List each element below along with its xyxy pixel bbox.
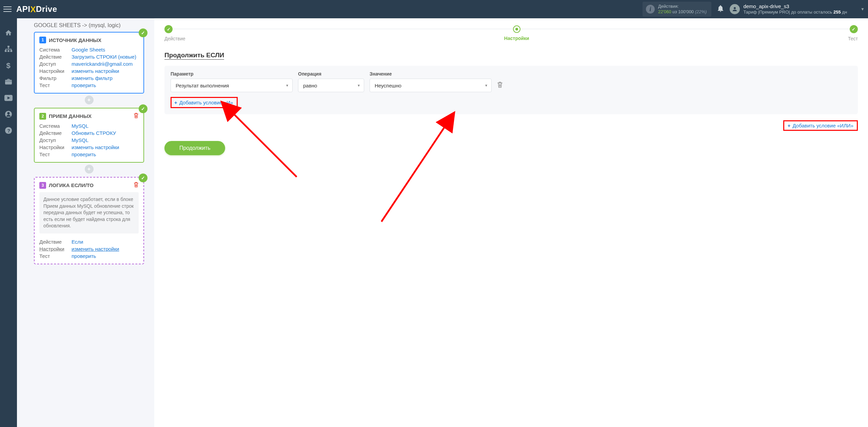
avatar-icon[interactable] bbox=[730, 4, 740, 14]
logic-block-title: ЛОГИКА ЕСЛИ/ТО bbox=[49, 182, 94, 188]
condition-panel: Параметр Результат выполнения Операция р… bbox=[164, 66, 858, 114]
step-action[interactable]: ✓ Действие bbox=[164, 25, 185, 41]
sitemap-icon[interactable] bbox=[3, 45, 14, 54]
continue-button[interactable]: Продолжить bbox=[164, 141, 225, 155]
user-block[interactable]: demo_apix-drive_s3 Тариф |Премиум PRO| д… bbox=[743, 3, 847, 15]
svg-line-16 bbox=[381, 125, 446, 222]
svg-rect-8 bbox=[11, 49, 12, 50]
bell-icon[interactable] bbox=[717, 5, 724, 14]
main-column: ✓ Действие Настройки ✓ Тест Продолжить Е… bbox=[154, 18, 868, 427]
svg-text:?: ? bbox=[7, 128, 10, 134]
svg-point-0 bbox=[734, 7, 736, 9]
connector-plus-icon[interactable]: + bbox=[85, 96, 94, 104]
svg-point-12 bbox=[7, 112, 9, 115]
param-select[interactable]: Результат выполнения bbox=[171, 79, 293, 92]
actions-pct: (22%) bbox=[695, 9, 707, 14]
dest-system-link[interactable]: MySQL bbox=[72, 123, 88, 129]
youtube-icon[interactable] bbox=[3, 94, 14, 102]
dest-test-link[interactable]: проверить bbox=[72, 151, 96, 157]
left-column: GOOGLE SHEETS -> (mysql, logic) ✓ 1 ИСТО… bbox=[17, 18, 154, 427]
source-access-link[interactable]: maverickandrii@gmail.com bbox=[72, 61, 133, 67]
topbar: APIXDrive i Действия: 22'060 из 100'000 … bbox=[0, 0, 868, 18]
param-label: Параметр bbox=[171, 71, 293, 77]
trash-icon[interactable] bbox=[134, 182, 139, 189]
op-label: Операция bbox=[298, 71, 364, 77]
trash-icon[interactable] bbox=[134, 113, 139, 120]
val-select[interactable]: Неуспешно bbox=[370, 79, 492, 92]
logic-test-link[interactable]: проверить bbox=[72, 253, 96, 259]
op-select[interactable]: равно bbox=[298, 79, 364, 92]
check-badge-icon: ✓ bbox=[139, 174, 147, 182]
svg-rect-6 bbox=[5, 49, 12, 49]
logic-settings-link[interactable]: изменить настройки bbox=[72, 246, 119, 252]
svg-text:$: $ bbox=[6, 62, 10, 69]
step-settings[interactable]: Настройки bbox=[504, 25, 529, 41]
source-block[interactable]: ✓ 1 ИСТОЧНИК ДАННЫХ Система Google Sheet… bbox=[34, 32, 144, 94]
dest-access-link[interactable]: MySQL bbox=[72, 137, 88, 143]
destination-block[interactable]: ✓ 2 ПРИЕМ ДАННЫХ Система MySQL Действие … bbox=[34, 108, 144, 163]
stepper: ✓ Действие Настройки ✓ Тест bbox=[164, 25, 858, 41]
connection-title: GOOGLE SHEETS -> (mysql, logic) bbox=[34, 22, 144, 28]
destination-block-title: ПРИЕМ ДАННЫХ bbox=[49, 113, 92, 119]
annotation-arrow-icon bbox=[368, 120, 463, 226]
briefcase-icon[interactable] bbox=[3, 77, 14, 86]
add-condition-or-button[interactable]: + Добавить условие «ИЛИ» bbox=[783, 120, 858, 131]
tariff-line: Тариф |Премиум PRO| до оплаты осталось 2… bbox=[743, 9, 847, 15]
dest-settings-link[interactable]: изменить настройки bbox=[72, 144, 119, 150]
step-test[interactable]: ✓ Тест bbox=[848, 25, 858, 41]
check-icon: ✓ bbox=[164, 25, 173, 33]
username: demo_apix-drive_s3 bbox=[743, 3, 847, 10]
check-badge-icon: ✓ bbox=[139, 104, 147, 113]
source-filter-link[interactable]: изменить фильтр bbox=[72, 75, 113, 81]
actions-counter[interactable]: i Действия: 22'060 из 100'000 (22%) bbox=[643, 2, 711, 17]
actions-total: 100'000 bbox=[678, 9, 694, 14]
svg-rect-7 bbox=[5, 49, 6, 50]
step-number-1: 1 bbox=[39, 37, 46, 43]
plus-icon: + bbox=[788, 123, 791, 128]
home-icon[interactable] bbox=[3, 28, 14, 37]
delete-row-icon[interactable] bbox=[497, 81, 503, 89]
source-system-link[interactable]: Google Sheets bbox=[72, 47, 105, 53]
logic-block[interactable]: ✓ 3 ЛОГИКА ЕСЛИ/ТО Данное условие сработ… bbox=[34, 177, 144, 264]
add-condition-and-button[interactable]: + Добавить условие «И» bbox=[171, 97, 238, 108]
check-badge-icon: ✓ bbox=[139, 28, 147, 37]
logic-description: Данное условие сработает, если в блоке П… bbox=[39, 192, 139, 233]
svg-rect-1 bbox=[7, 46, 9, 47]
actions-sep: из bbox=[672, 9, 677, 14]
annotation-arrow-icon bbox=[222, 102, 307, 188]
user-icon[interactable] bbox=[3, 110, 14, 119]
plus-icon: + bbox=[174, 100, 177, 105]
svg-rect-3 bbox=[7, 50, 9, 52]
source-block-title: ИСТОЧНИК ДАННЫХ bbox=[49, 37, 101, 43]
actions-label: Действия: bbox=[658, 4, 707, 9]
chevron-down-icon[interactable]: ▼ bbox=[861, 7, 865, 12]
info-icon: i bbox=[646, 5, 655, 14]
source-action-link[interactable]: Загрузить СТРОКИ (новые) bbox=[72, 54, 136, 60]
section-title: Продолжить ЕСЛИ bbox=[164, 52, 224, 60]
source-settings-link[interactable]: изменить настройки bbox=[72, 68, 119, 74]
logo[interactable]: APIXDrive bbox=[16, 4, 57, 14]
dest-action-link[interactable]: Обновить СТРОКУ bbox=[72, 130, 116, 136]
menu-toggle-icon[interactable] bbox=[3, 5, 12, 13]
help-icon[interactable]: ? bbox=[3, 126, 14, 135]
connector-plus-icon[interactable]: + bbox=[85, 165, 94, 174]
logic-action-link[interactable]: Если bbox=[72, 239, 83, 245]
check-icon: ✓ bbox=[850, 25, 858, 33]
dollar-icon[interactable]: $ bbox=[3, 61, 14, 70]
sidebar: $ ? bbox=[0, 18, 17, 427]
step-number-2: 2 bbox=[39, 113, 46, 120]
val-label: Значение bbox=[370, 71, 492, 77]
current-step-icon bbox=[513, 25, 520, 33]
source-test-link[interactable]: проверить bbox=[72, 82, 96, 88]
actions-used: 22'060 bbox=[658, 9, 671, 14]
step-number-3: 3 bbox=[39, 182, 46, 189]
